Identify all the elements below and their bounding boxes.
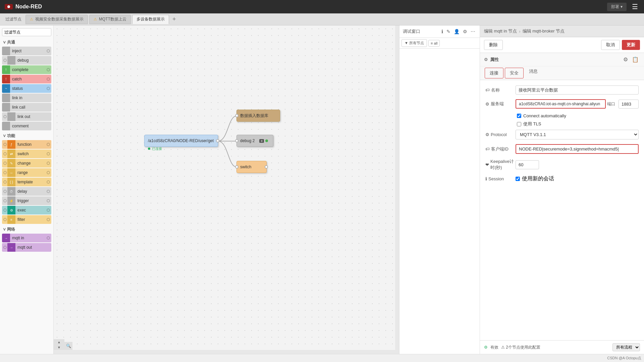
complete-port-out [47,68,50,71]
sidebar-item-inject[interactable]: inject [2,47,51,55]
update-button[interactable]: 更新 [622,40,640,50]
cancel-button[interactable]: 取消 [601,40,620,50]
sidebar-item-switch[interactable]: ⇄ switch [2,149,51,158]
tab-mqtt[interactable]: ⚠ MQTT数据上云 [89,15,131,24]
section-network[interactable]: ∨ 网络 [0,225,53,233]
mqtt-in-node-label: /a1cdS8zCRA0/NODE-RED/user/get [145,138,217,143]
section-function-label: 功能 [7,133,15,138]
flow-node-switch[interactable]: switch [236,161,267,173]
keepalive-input[interactable] [516,160,539,169]
sidebar-item-filter[interactable]: ≡ filter [2,215,51,224]
session-label: ℹ Session [485,176,516,181]
delay-label: delay [15,189,47,194]
section-common[interactable]: ∨ 共通 [0,38,53,46]
mqtt-in-port-out [47,236,50,240]
sidebar-item-mqtt-in[interactable]: → mqtt in [2,234,51,242]
sidebar-item-delay[interactable]: ⏱ delay [2,187,51,196]
protocol-select[interactable]: MQTT V3.1.1 MQTT V5 [516,130,639,139]
node-sidebar: ∨ 共通 inject debug ! complete ! catch ~ s… [0,25,54,354]
connect-auto-checkbox[interactable] [517,114,521,118]
sidebar-item-catch[interactable]: ! catch [2,75,51,83]
server-label: ⚙ 服务端 [485,101,516,107]
sidebar-item-debug[interactable]: debug [2,56,51,65]
mqtt-out-port-in [3,246,7,249]
name-input[interactable] [516,85,639,95]
flow-node-mqtt-in[interactable]: /a1cdS8zCRA0/NODE-RED/user/get 已连接 [144,135,218,147]
tab-video-warn-icon: ⚠ [30,17,33,21]
server-label-text: 服务端 [491,101,504,107]
debug-edit-button[interactable]: ✎ [445,28,451,35]
flow-node-db-insert[interactable]: 数据插入数据库 [236,110,280,122]
client-id-label-text: 客户端ID [491,146,508,152]
deploy-button[interactable]: 部署 ▾ [607,3,627,11]
protocol-gear-icon: ⚙ [485,132,489,137]
flow-canvas[interactable]: /a1cdS8zCRA0/NODE-RED/user/get 已连接 数据插入数… [54,25,399,354]
editor-copy-icon-btn[interactable]: 📋 [631,56,640,63]
delete-button[interactable]: 删除 [484,40,503,50]
debug-label: debug [15,58,51,63]
debug-more-button[interactable]: ⋯ [470,28,476,35]
tab-message[interactable]: 消息 [524,66,542,80]
editor-settings-icon-btn[interactable]: ⚙ [622,56,629,63]
connect-auto-label: Connect automatically [523,113,566,118]
server-input[interactable] [516,99,606,109]
sidebar-item-function[interactable]: ƒ function [2,140,51,149]
sidebar-item-trigger[interactable]: ⚡ trigger [2,196,51,205]
menu-button[interactable]: ☰ [630,3,640,11]
canvas-nav-up[interactable]: ▲ [54,339,64,345]
canvas-nav-down[interactable]: ▼ [54,345,64,350]
sidebar-item-complete[interactable]: ! complete [2,65,51,74]
flow-node-debug2[interactable]: debug 2 ≡ [236,135,273,147]
debug-toolbar: ▼ 所有节点 ≡ all [399,38,480,49]
flow-select[interactable]: 所有流程 [612,343,640,351]
tab-multidevice-label: 多设备数据展示 [137,16,165,22]
editor-toolbar-right: 取消 更新 [601,40,640,50]
change-port-in [3,162,7,165]
section-function[interactable]: ∨ 功能 [0,131,53,139]
canvas-scrollbar-vertical[interactable] [395,25,399,354]
topbar: Node-RED 部署 ▾ ☰ [0,0,644,13]
sidebar-item-template[interactable]: { } template [2,178,51,186]
sidebar-item-change[interactable]: ✎ change [2,159,51,168]
tab-multidevice[interactable]: 多设备数据展示 [132,15,169,24]
debug-filter-button[interactable]: ▼ 所有节点 [401,39,427,47]
sidebar-item-comment[interactable]: comment [2,122,51,130]
tab-video[interactable]: ⚠ 视频安全数据采集数据展示 [25,15,88,24]
catch-icon: ! [2,75,10,83]
debug-all-button[interactable]: ≡ all [428,40,440,47]
bottombar-right: CSDN @A Octopu点 [607,356,641,361]
canvas-search-button[interactable]: 🔍 [64,342,72,350]
gear-icon: ⚙ [484,57,488,62]
search-input[interactable] [2,28,51,36]
debug-port-in [3,59,7,62]
port-input[interactable] [619,100,639,109]
function-icon: ƒ [7,140,15,149]
session-new-label: 使用新的会话 [522,175,554,182]
valid-icon: ⚙ [484,345,488,350]
sidebar-item-exec[interactable]: ⚙ exec [2,206,51,215]
debug-info-button[interactable]: ℹ [440,28,444,35]
breadcrumb-part1: 编辑 mqtt in 节点 [484,28,517,34]
sidebar-item-range[interactable]: ↔ range [2,168,51,177]
name-row: 🏷 名称 [485,85,639,95]
session-checkbox[interactable] [516,177,520,181]
tab-security[interactable]: 安全 [505,68,524,78]
sidebar-item-link-call[interactable]: link call [2,103,51,112]
use-tls-checkbox[interactable] [517,122,521,126]
sidebar-item-status[interactable]: ~ status [2,84,51,93]
tab-video-label: 视频安全数据采集数据展示 [35,16,84,22]
tab-connection[interactable]: 连接 [485,68,503,78]
exec-port-in [3,208,7,212]
sidebar-item-mqtt-out[interactable]: → mqtt out [2,243,51,252]
keepalive-row: ❤ Keepalive计时(秒) [485,159,639,171]
sidebar-item-link-in[interactable]: link in [2,94,51,102]
debug-user-button[interactable]: 👤 [453,28,461,35]
sidebar-item-link-out[interactable]: link out [2,112,51,121]
filter-label: 过滤节点 [3,16,24,22]
add-tab-button[interactable]: + [170,16,178,23]
debug-settings-button[interactable]: ⚙ [462,28,468,35]
complete-label: complete [10,67,47,72]
canvas-scrollbar-horizontal[interactable] [54,350,395,354]
client-id-input[interactable] [516,144,639,154]
link-out-label: link out [15,114,51,119]
